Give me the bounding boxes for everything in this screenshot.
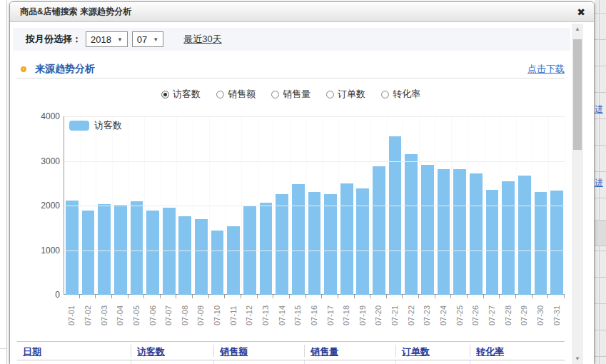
chart-bar [308,192,321,295]
download-link[interactable]: 点击下载 [527,63,565,76]
chart-bar [340,183,353,295]
x-axis-label: 07-30 [532,299,549,332]
section-header: 来源趋势分析 点击下载 [21,61,565,77]
chart-gridline [64,116,565,117]
x-axis-tick [225,295,241,298]
table-header-link[interactable]: 转化率 [476,346,504,357]
y-axis-tick-label: 0 [30,290,60,300]
background-row-divider [595,118,606,119]
x-axis-label: 07-02 [80,299,96,332]
x-axis-label: 07-27 [484,299,500,332]
x-axis-tick [209,295,226,298]
metric-radio-销售额[interactable]: 销售额 [216,88,256,101]
table-header-访客数: 访客数 [131,345,214,357]
x-axis-label: 07-31 [548,299,565,332]
chart-x-axis-labels: 07-0107-0207-0307-0407-0507-0607-0707-08… [64,299,565,332]
scrollbar-down-icon[interactable]: ▼ [572,353,583,364]
chart-bar [260,203,273,295]
chart-bar [453,169,466,295]
chart-bar [324,194,337,295]
x-axis-tick [258,295,274,298]
chart-bar [131,201,143,295]
x-axis-tick [338,295,355,298]
recent-30-days-link[interactable]: 最近30天 [183,33,221,46]
close-icon[interactable]: ✖ [574,5,588,19]
month-select[interactable]: 07 ▼ [132,31,163,47]
table-header-link[interactable]: 日期 [23,346,41,357]
chart-bar [227,226,240,295]
x-axis-label: 07-11 [225,299,241,332]
radio-icon[interactable] [381,91,389,98]
background-row-divider [595,277,606,278]
table-header-link[interactable]: 访客数 [137,346,165,357]
table-header-link[interactable]: 销售量 [310,346,338,357]
background-row-divider [595,39,606,40]
chart-bar [211,231,224,295]
scrollbar-track[interactable]: ▲ ▼ [572,24,583,364]
chart-bar [356,188,369,295]
chart-bar [178,216,191,295]
table-cell [305,360,396,364]
x-axis-label: 07-16 [306,299,323,332]
table-header-link[interactable]: 订单数 [402,346,430,357]
table-cell [17,360,131,364]
x-axis-tick [128,295,145,298]
x-axis-tick [290,295,306,298]
dialog-title: 商品&店铺搜索 来源趋势分析 [10,2,131,21]
x-axis-tick [435,295,452,298]
table-header-row: 日期访客数销售额销售量订单数转化率 [17,341,565,360]
x-axis-tick [64,295,80,298]
chart-bar [195,219,208,295]
chart-bar [502,181,515,295]
x-axis-label: 07-14 [273,299,290,332]
x-axis-tick [500,295,516,298]
table-row [17,360,565,364]
x-axis-label: 07-29 [516,299,532,332]
year-select[interactable]: 2018 ▼ [86,31,128,47]
metric-radio-label: 销售量 [283,88,310,101]
x-axis-label: 07-01 [64,299,80,332]
x-axis-tick [370,295,387,298]
background-row-divider [595,251,606,251]
background-page: 进 进 [595,0,606,364]
x-axis-label: 07-25 [451,299,468,332]
metric-radio-销售量[interactable]: 销售量 [271,88,310,101]
radio-icon[interactable] [326,91,334,98]
month-filter-row: 按月份选择： 2018 ▼ 07 ▼ 最近30天 [13,28,570,51]
table-header-销售量: 销售量 [305,345,396,357]
x-axis-tick [112,295,128,298]
month-select-value: 07 [137,34,147,45]
radio-icon[interactable] [271,91,279,98]
background-page-border [6,0,7,364]
table-header-link[interactable]: 销售额 [220,346,248,357]
radio-icon[interactable] [161,91,169,98]
x-axis-label: 07-21 [387,299,403,332]
page: 进 进 商品&店铺搜索 来源趋势分析 ✖ 按月份选择： 2018 ▼ 07 ▼ … [0,0,606,364]
background-row-divider [595,171,606,172]
background-row-divider [595,356,606,357]
table-header-销售额: 销售额 [214,345,305,357]
chevron-down-icon: ▼ [117,36,123,43]
chart-bar [518,176,531,295]
table-header-日期: 日期 [17,345,131,357]
chevron-down-icon: ▼ [153,36,158,43]
x-axis-tick [516,295,532,298]
chart-bar [163,208,176,295]
table-header-转化率: 转化率 [470,345,565,357]
x-axis-tick [176,295,193,298]
metric-radio-访客数[interactable]: 访客数 [161,88,201,101]
scrollbar-up-icon[interactable]: ▲ [572,24,583,34]
x-axis-label: 07-13 [258,299,274,332]
x-axis-label: 07-03 [96,299,112,332]
metric-radio-订单数[interactable]: 订单数 [326,88,365,101]
chart-bar [470,173,483,295]
scrollbar-thumb[interactable] [573,39,582,150]
x-axis-tick [419,295,435,298]
x-axis-tick [532,295,549,298]
chart-bar [421,165,434,295]
x-axis-tick [144,295,161,298]
metric-radio-转化率[interactable]: 转化率 [381,88,420,101]
trend-analysis-dialog: 商品&店铺搜索 来源趋势分析 ✖ 按月份选择： 2018 ▼ 07 ▼ 最近30… [9,1,595,364]
background-partial-link: 进 [595,103,603,116]
radio-icon[interactable] [216,91,224,98]
